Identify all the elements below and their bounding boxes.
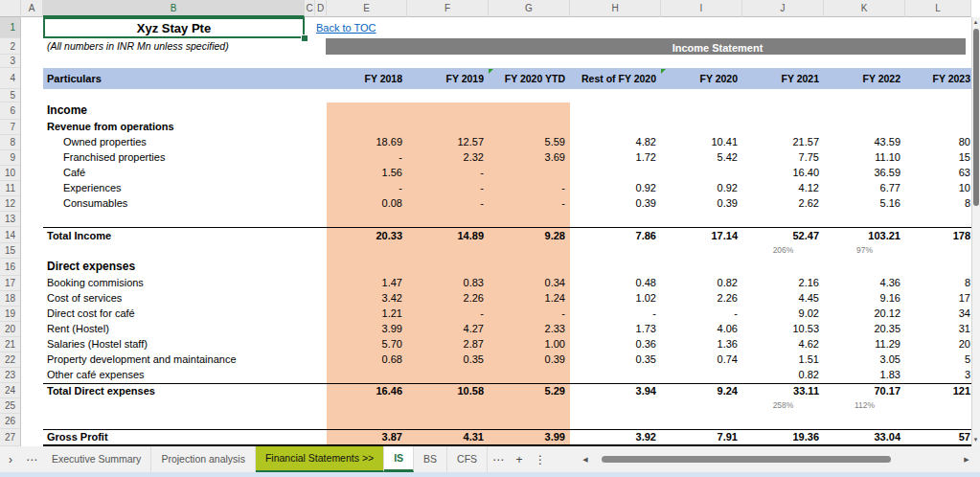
cell-B16[interactable]: Direct expenses: [43, 259, 327, 276]
cell-G13[interactable]: [489, 212, 570, 227]
row-header-26[interactable]: 26: [0, 414, 20, 429]
add-sheet-icon[interactable]: +: [509, 453, 530, 466]
cell-F11[interactable]: -: [407, 181, 489, 196]
cell-A8[interactable]: [21, 135, 43, 150]
cell-J14[interactable]: 52.47: [742, 227, 824, 243]
row-header-20[interactable]: 20: [0, 322, 20, 337]
cell-K27[interactable]: 33.04: [824, 429, 905, 446]
cell-F7[interactable]: [407, 120, 489, 135]
cell-I15[interactable]: [661, 243, 742, 259]
cell-E9[interactable]: -: [327, 150, 407, 166]
cell-G27[interactable]: 3.99: [489, 429, 570, 446]
cell-G11[interactable]: -: [489, 181, 570, 196]
cell-L20[interactable]: 31: [905, 322, 971, 337]
row-header-4[interactable]: 4: [0, 68, 20, 89]
cell-J22[interactable]: 1.51: [742, 352, 824, 368]
cell-H18[interactable]: 1.02: [570, 291, 661, 307]
cell-I9[interactable]: 5.42: [661, 150, 742, 166]
cell-F21[interactable]: 2.87: [407, 337, 489, 352]
cell-B18[interactable]: Cost of services: [43, 291, 327, 307]
cell-E19[interactable]: 1.21: [327, 307, 407, 322]
row-header-17[interactable]: 17: [0, 276, 20, 291]
tab-list-ellipsis-icon[interactable]: ⋯: [21, 453, 42, 466]
cell-A2[interactable]: [21, 38, 43, 55]
row-header-27[interactable]: 27: [0, 429, 20, 446]
column-header-J[interactable]: J: [742, 0, 824, 17]
cell-G1[interactable]: [489, 17, 570, 38]
row-header-11[interactable]: 11: [0, 181, 20, 196]
cell-K17[interactable]: 4.36: [824, 276, 905, 291]
cell-J20[interactable]: 10.53: [742, 322, 824, 337]
cell-K14[interactable]: 103.21: [824, 227, 905, 243]
cell-K26[interactable]: [824, 414, 905, 429]
cell-K1[interactable]: [824, 17, 905, 38]
cell-I22[interactable]: 0.74: [661, 352, 742, 368]
cell-K18[interactable]: 9.16: [824, 291, 905, 307]
cell-F6[interactable]: [407, 102, 489, 120]
cell-A18[interactable]: [21, 291, 43, 307]
cell-H3[interactable]: [570, 55, 661, 68]
period-header-8[interactable]: FY 2023: [905, 68, 971, 89]
cell-L10[interactable]: 63: [905, 166, 971, 181]
period-header-3[interactable]: FY 2020 YTD: [489, 68, 570, 89]
column-header-G[interactable]: G: [489, 0, 570, 17]
cell-I5[interactable]: [661, 89, 742, 102]
cell-J3[interactable]: [742, 55, 824, 68]
cell-J7[interactable]: [742, 120, 824, 135]
cell-H15[interactable]: [570, 243, 661, 259]
row-header-16[interactable]: 16: [0, 259, 20, 276]
cell-B21[interactable]: Salaries (Hostel staff): [43, 337, 327, 352]
cell-I14[interactable]: 17.14: [661, 227, 742, 243]
cell-I18[interactable]: 2.26: [661, 291, 742, 307]
cell-J1[interactable]: [742, 17, 824, 38]
cell-F27[interactable]: 4.31: [407, 429, 489, 446]
cell-I3[interactable]: [661, 55, 742, 68]
cell-G14[interactable]: 9.28: [489, 227, 570, 243]
period-header-1[interactable]: FY 2018: [327, 68, 407, 89]
cell-L21[interactable]: 20: [905, 337, 971, 352]
cell-F5[interactable]: [407, 89, 489, 102]
row-header-6[interactable]: 6: [0, 102, 20, 120]
cell-B23[interactable]: Other café expenses: [43, 368, 327, 383]
cell-F24[interactable]: 10.58: [407, 383, 489, 398]
cell-H6[interactable]: [570, 102, 661, 120]
cell-H17[interactable]: 0.48: [570, 276, 661, 291]
cell-K20[interactable]: 20.35: [824, 322, 905, 337]
cell-E12[interactable]: 0.08: [327, 196, 407, 212]
cell-H13[interactable]: [570, 212, 661, 227]
cell-A1[interactable]: [21, 17, 43, 38]
cell-G15[interactable]: [489, 243, 570, 259]
cell-L26[interactable]: [905, 414, 971, 429]
tab-nav-chevron-icon[interactable]: ›: [0, 453, 21, 466]
cell-A22[interactable]: [21, 352, 43, 368]
cell-F26[interactable]: [407, 414, 489, 429]
hscroll-left-icon[interactable]: ◀: [579, 446, 592, 472]
period-header-2[interactable]: FY 2019: [407, 68, 489, 89]
cell-A11[interactable]: [21, 181, 43, 196]
column-header-F[interactable]: F: [407, 0, 489, 17]
cell-E15[interactable]: [327, 243, 407, 259]
cell-F1[interactable]: [407, 17, 489, 38]
cell-A4[interactable]: [21, 68, 43, 89]
cell-A19[interactable]: [21, 307, 43, 322]
cell-J9[interactable]: 7.75: [742, 150, 824, 166]
cell-J13[interactable]: [742, 212, 824, 227]
cell-E21[interactable]: 5.70: [327, 337, 407, 352]
cell-E14[interactable]: 20.33: [327, 227, 407, 243]
row-header-5[interactable]: 5: [0, 89, 20, 102]
row-header-2[interactable]: 2: [0, 38, 20, 55]
selection-fill-handle[interactable]: [301, 34, 308, 42]
cell-K8[interactable]: 43.59: [824, 135, 905, 150]
cell-A26[interactable]: [21, 414, 43, 429]
cell-B24[interactable]: Total Direct expenses: [43, 383, 327, 398]
cell-E6[interactable]: [327, 102, 407, 120]
row-header-9[interactable]: 9: [0, 150, 20, 166]
row-header-10[interactable]: 10: [0, 166, 20, 181]
cell-F9[interactable]: 2.32: [407, 150, 489, 166]
cell-G21[interactable]: 1.00: [489, 337, 570, 352]
cell-H27[interactable]: 3.92: [570, 429, 661, 446]
cell-E24[interactable]: 16.46: [327, 383, 407, 398]
cell-H20[interactable]: 1.73: [570, 322, 661, 337]
cell-F15[interactable]: [407, 243, 489, 259]
cell-J15[interactable]: 206%: [742, 243, 824, 259]
